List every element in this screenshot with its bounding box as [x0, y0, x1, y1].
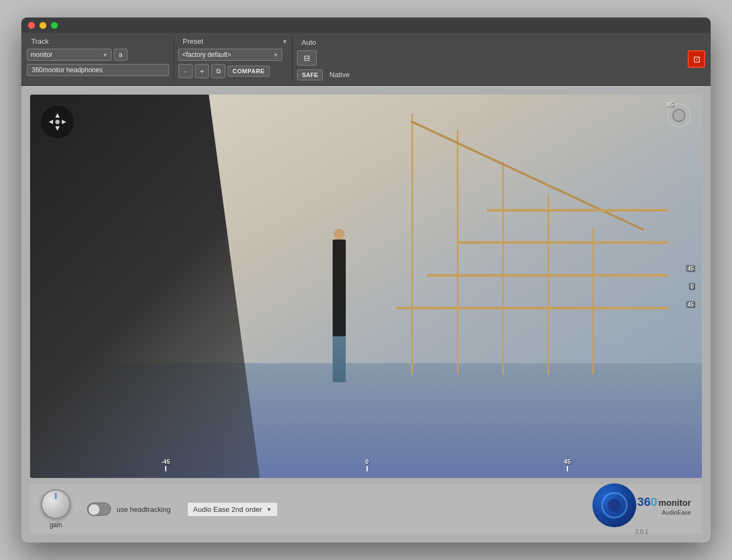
- stair-post-5: [592, 228, 594, 375]
- logo-name-row: 36 0 monitor: [637, 495, 691, 509]
- figure-head: [334, 229, 345, 240]
- step-1: [396, 307, 668, 310]
- person-figure: [312, 229, 366, 382]
- handrail: [410, 120, 644, 231]
- toggle-knob: [89, 504, 100, 515]
- copy-icon: ⧉: [216, 67, 221, 75]
- degree-marker-0: 0: [365, 458, 369, 471]
- order-dropdown[interactable]: Audio Ease 2nd order ▼: [187, 502, 278, 517]
- order-dropdown-arrow-icon: ▼: [266, 506, 272, 512]
- preset-label: Preset: [181, 37, 206, 45]
- logo-audioease-text: AudioEase: [637, 509, 691, 516]
- logo-36: 36: [637, 495, 650, 509]
- degree-markers: -45 0 45: [30, 458, 702, 471]
- a-badge-label: a: [119, 51, 123, 59]
- headtracking-container: use headtracking: [87, 503, 171, 516]
- preset-dropdown-arrow-icon: ▼: [282, 38, 288, 45]
- monitor-select[interactable]: monitor ▼: [27, 49, 112, 61]
- svg-marker-3: [62, 120, 66, 124]
- step-3: [457, 241, 669, 244]
- preset-dropdown[interactable]: <factory default> ▼: [178, 49, 282, 61]
- navigation-control[interactable]: [41, 106, 74, 138]
- logo-container: 36 0 monitor AudioEase 2.0.1: [592, 483, 691, 535]
- headtracking-toggle[interactable]: [87, 503, 111, 516]
- headtracking-label: use headtracking: [117, 505, 171, 514]
- version-text: 2.0.1: [635, 528, 648, 535]
- order-value: Audio Ease 2nd order: [193, 505, 262, 514]
- compare-label: COMPARE: [233, 68, 265, 74]
- preset-value: <factory default>: [182, 51, 231, 59]
- logo-circle: [592, 483, 636, 527]
- track-label: Track: [29, 37, 51, 45]
- top-right-angle-marker: 45: [667, 101, 673, 108]
- headphones-select[interactable]: 360monitor headphones: [27, 64, 169, 76]
- svg-point-4: [55, 120, 60, 124]
- app-window: Track monitor ▼ a 360monitor headphones: [21, 18, 711, 542]
- figure-legs: [333, 336, 346, 382]
- right-marker-top: 45: [686, 265, 695, 272]
- auto-icon-button[interactable]: ⊟: [297, 50, 317, 66]
- degree-marker-45: 45: [564, 458, 571, 471]
- main-content: 45 45 0 45 -45: [21, 86, 711, 542]
- auto-label: Auto: [299, 38, 318, 46]
- native-label: Native: [329, 71, 350, 79]
- maximize-button[interactable]: [51, 22, 58, 29]
- degree-tick-3: [567, 466, 568, 471]
- logo-text-area: 36 0 monitor AudioEase: [637, 495, 691, 516]
- divider-1: [173, 37, 174, 81]
- gain-knob[interactable]: [41, 489, 71, 519]
- monitor-arrow-icon: ▼: [102, 52, 108, 58]
- right-marker-mid: 0: [689, 283, 695, 290]
- stair-post-1: [411, 114, 413, 375]
- safe-button[interactable]: SAFE: [297, 69, 323, 80]
- stair-post-4: [548, 195, 549, 375]
- a-badge[interactable]: a: [114, 49, 127, 61]
- staircase: [366, 114, 669, 440]
- auto-section: Auto ⊟ SAFE Native: [297, 37, 352, 80]
- viewport[interactable]: 45 45 0 45 -45: [30, 95, 702, 478]
- degree-tick-2: [367, 466, 368, 471]
- logo-0: 0: [650, 495, 657, 509]
- headphones-value: 360monitor headphones: [32, 66, 102, 74]
- svg-marker-1: [55, 126, 60, 131]
- close-button[interactable]: [28, 22, 35, 29]
- logo-row: 36 0 monitor AudioEase: [592, 483, 691, 527]
- minus-button[interactable]: -: [178, 64, 193, 78]
- stair-post-3: [502, 162, 504, 374]
- auto-icon: ⊟: [304, 54, 310, 62]
- minus-label: -: [184, 67, 187, 75]
- preset-arrow-icon: ▼: [273, 52, 278, 58]
- gain-label: gain: [50, 521, 62, 529]
- gyro-inner: [672, 109, 685, 122]
- svg-marker-0: [55, 113, 60, 118]
- toolbar: Track monitor ▼ a 360monitor headphones: [21, 33, 711, 86]
- figure-body: [333, 240, 346, 336]
- plus-button[interactable]: +: [195, 64, 209, 78]
- safe-label: SAFE: [302, 72, 318, 78]
- gain-container: gain: [41, 489, 71, 529]
- monitor-value: monitor: [31, 51, 53, 59]
- divider-2: [292, 37, 293, 81]
- video-scene: 45 45 0 45 -45: [30, 95, 702, 478]
- track-section: Track monitor ▼ a 360monitor headphones: [27, 37, 169, 76]
- bottom-controls: gain use headtracking Audio Ease 2nd ord…: [30, 485, 702, 534]
- preset-section: Preset ▼ <factory default> ▼ - + ⧉: [178, 37, 288, 78]
- right-markers: 45 0 45: [686, 265, 695, 308]
- degree-marker-neg45: -45: [161, 458, 170, 471]
- svg-marker-2: [49, 120, 53, 124]
- stair-post-2: [457, 130, 458, 375]
- minimize-button[interactable]: [39, 22, 47, 29]
- plus-label: +: [200, 67, 204, 75]
- nav-arrows-icon: [47, 111, 68, 133]
- logo-monitor-text: monitor: [658, 498, 691, 508]
- step-4: [487, 209, 669, 212]
- step-2: [427, 274, 669, 277]
- native-button[interactable]: Native: [325, 69, 354, 80]
- copy-button[interactable]: ⧉: [211, 64, 225, 78]
- compare-button[interactable]: COMPARE: [228, 66, 270, 77]
- title-bar: [21, 18, 711, 33]
- traffic-lights: [28, 22, 58, 29]
- power-button[interactable]: ⊡: [688, 50, 705, 68]
- degree-tick-1: [165, 466, 166, 471]
- right-marker-bot: 45: [686, 301, 695, 308]
